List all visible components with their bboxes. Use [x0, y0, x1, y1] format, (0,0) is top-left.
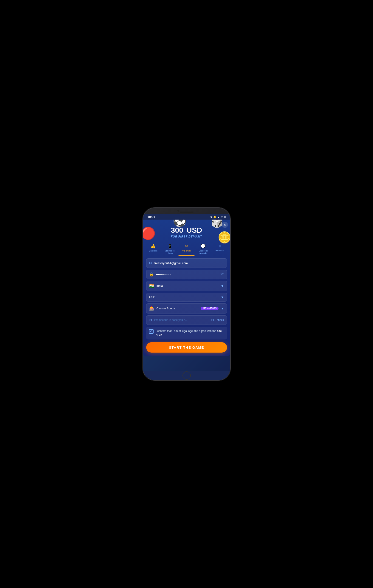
age-confirm-row: ✓ I confirm that I am of legal age and a… [146, 327, 227, 339]
home-button[interactable] [182, 371, 191, 380]
tab-extended[interactable]: ≡ Extended [212, 243, 228, 256]
lock-icon: 🔒 [149, 272, 154, 277]
email-tab-icon: ✉ [185, 244, 188, 249]
email-field-row[interactable]: ✉ freeforyou14@gmail.com [146, 258, 227, 268]
home-indicator [143, 371, 230, 380]
modal-overlay: ⚽ 🎲 🔴 🪙 × 300 USD FOR FIRST DEPOSIT [143, 220, 230, 371]
promo-gear-icon: ⚙ [149, 318, 152, 322]
thumb-up-icon: 👍 [151, 244, 156, 249]
tab-mobile[interactable]: 📱 Via mobile phone [161, 243, 178, 256]
social-icon: 💬 [201, 244, 206, 249]
battery-icon: ▮ [224, 215, 226, 219]
bonus-label: Casino Bonus [157, 307, 199, 310]
phone-screen: ⚽ 🎲 🔴 🪙 × 300 USD FOR FIRST DEPOSIT [143, 220, 230, 371]
currency-label: USD [149, 295, 219, 299]
tab-email[interactable]: ✉ Via email [178, 243, 195, 256]
tab-one-click-label: One click [149, 250, 157, 252]
password-dots: •••••••••••••• [156, 273, 218, 276]
soccer-ball-decoration: ⚽ [173, 220, 185, 228]
phone-top [143, 208, 230, 214]
status-time: 10:31 [148, 215, 155, 219]
chevron-down-icon: ▼ [221, 284, 224, 288]
tab-one-click[interactable]: 👍 One click [145, 243, 161, 256]
wifi-icon: ▼ [221, 216, 223, 219]
eye-icon[interactable]: 👁 [220, 272, 224, 276]
coin-decoration: 🪙 [218, 231, 230, 244]
india-flag-icon: 🇮🇳 [149, 284, 154, 288]
promo-check-button[interactable]: check [217, 318, 224, 322]
status-bar: 10:31 ⊕ 🔔 ▲ ▼ ▮ [143, 214, 230, 220]
phone-speaker [180, 211, 193, 213]
currency-chevron-icon: ▼ [221, 295, 224, 299]
bonus-select[interactable]: 🎰 Casino Bonus 125%+250FS ▼ [146, 304, 227, 314]
email-input-value: freeforyou14@gmail.com [154, 261, 224, 265]
country-label: India [157, 284, 219, 288]
bonus-chevron-icon: ▼ [221, 307, 224, 310]
key-icon: ⊕ [210, 215, 212, 219]
chip-decoration: 🔴 [143, 225, 157, 242]
tab-social-label: Via social networks [196, 250, 210, 255]
bonus-badge: 125%+250FS [201, 307, 219, 310]
dice-decoration: 🎲 [211, 220, 223, 228]
registration-modal: ⚽ 🎲 🔴 🪙 × 300 USD FOR FIRST DEPOSIT [143, 220, 230, 356]
country-select[interactable]: 🇮🇳 India ▼ [146, 281, 227, 291]
password-field-row[interactable]: 🔒 •••••••••••••• 👁 [146, 270, 227, 279]
promo-code-row[interactable]: ⚙ Promocode in case you h... ↻ check [146, 315, 227, 325]
age-confirm-text: I confirm that I am of legal age and agr… [156, 329, 224, 337]
promo-refresh-icon: ↻ [211, 318, 214, 322]
mute-icon: 🔔 [213, 215, 216, 219]
promo-placeholder: Promocode in case you h... [154, 318, 209, 322]
signal-icon: ▲ [217, 216, 220, 219]
checkmark-icon: ✓ [150, 330, 152, 333]
menu-icon: ≡ [219, 244, 221, 249]
close-button[interactable]: × [222, 222, 228, 228]
registration-tabs: 👍 One click 📱 Via mobile phone ✉ Via ema… [143, 241, 230, 256]
age-confirm-checkbox[interactable]: ✓ [149, 329, 153, 334]
email-input-icon: ✉ [149, 261, 152, 265]
mobile-icon: 📱 [167, 244, 172, 249]
registration-form: ✉ freeforyou14@gmail.com 🔒 •••••••••••••… [143, 256, 230, 339]
tab-mobile-label: Via mobile phone [163, 250, 177, 255]
tab-extended-label: Extended [216, 250, 224, 252]
close-icon: × [224, 223, 226, 227]
tab-social[interactable]: 💬 Via social networks [195, 243, 212, 256]
phone-frame: 10:31 ⊕ 🔔 ▲ ▼ ▮ ⚽ 🎲 🔴 🪙 × [143, 208, 230, 380]
start-game-button[interactable]: START THE GAME [146, 342, 227, 353]
status-icons: ⊕ 🔔 ▲ ▼ ▮ [210, 215, 226, 219]
promo-subtitle: FOR FIRST DEPOSIT [148, 235, 226, 238]
tab-email-label: Via email [182, 250, 191, 252]
bonus-icon: 🎰 [149, 306, 154, 311]
currency-select[interactable]: USD ▼ [146, 293, 227, 302]
